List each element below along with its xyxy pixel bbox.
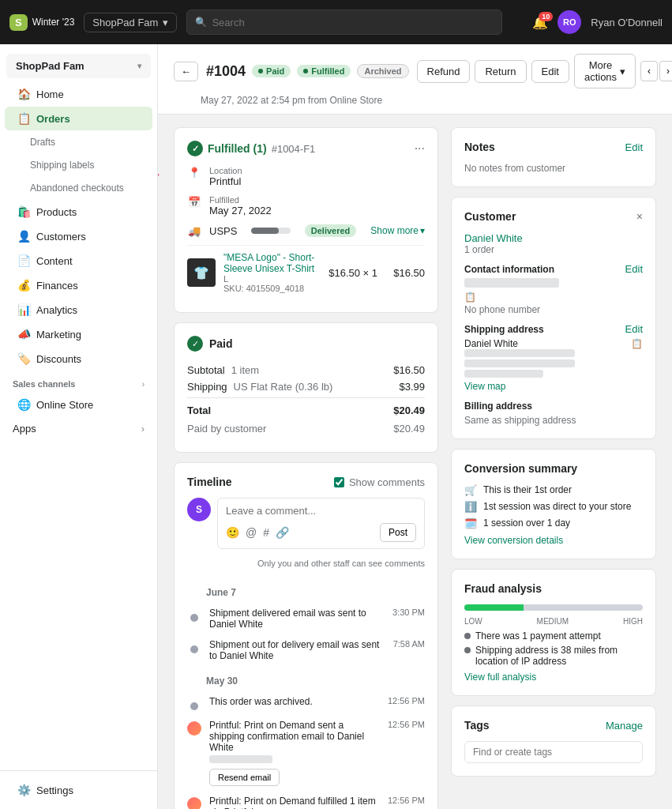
sidebar-item-settings[interactable]: ⚙️ Settings — [5, 778, 152, 802]
content-icon: 📄 — [17, 254, 30, 267]
sidebar-item-orders[interactable]: 📋 Orders — [5, 107, 152, 130]
hash-icon[interactable]: # — [263, 526, 269, 539]
top-nav: S Winter '23 ShopPad Fam ▾ 🔍 🔔 10 RO Rya… — [0, 0, 672, 44]
resend-email-button-1[interactable]: Resend email — [209, 769, 280, 786]
timeline-dot — [190, 614, 198, 622]
prev-order-button[interactable]: ‹ — [640, 61, 658, 81]
comment-hint: Only you and other staff can see comment… — [187, 559, 425, 568]
sidebar-item-label: Settings — [36, 785, 73, 796]
apps-label: Apps — [13, 423, 36, 435]
timeline-dot — [190, 702, 198, 710]
analytics-icon: 📊 — [17, 303, 30, 316]
more-actions-button[interactable]: More actions ▾ — [574, 54, 636, 88]
no-phone-text: No phone number — [464, 304, 643, 315]
copy-icon[interactable]: 📋 — [464, 292, 476, 303]
notifications-button[interactable]: 🔔 10 — [532, 15, 548, 30]
show-more-link[interactable]: Show more ▾ — [370, 225, 425, 236]
fulfilled-date: May 27, 2022 — [209, 205, 272, 216]
edit-button[interactable]: Edit — [531, 60, 569, 83]
contact-info-blurred — [464, 278, 559, 288]
copy-address-icon[interactable]: 📋 — [631, 338, 643, 349]
link-icon[interactable]: 🔗 — [276, 526, 289, 539]
fulfillment-id: #1004-F1 — [272, 143, 316, 155]
view-conversion-link[interactable]: View conversion details — [464, 535, 563, 546]
sidebar-item-analytics[interactable]: 📊 Analytics — [5, 298, 152, 322]
customer-name-link[interactable]: Daniel White — [464, 232, 523, 244]
delivered-badge: Delivered — [305, 224, 357, 237]
sidebar-item-label: Online Store — [36, 399, 93, 411]
sidebar-item-online-store[interactable]: 🌐 Online Store — [5, 393, 152, 416]
return-button[interactable]: Return — [475, 60, 526, 83]
location-icon: 📍 — [187, 167, 201, 179]
search-container: 🔍 — [186, 9, 502, 35]
user-avatar: S — [187, 498, 211, 521]
shipping-name: Daniel White — [464, 338, 518, 349]
next-order-button[interactable]: › — [659, 61, 672, 81]
conversion-item-3: 🗓️ 1 session over 1 day — [464, 517, 643, 529]
search-input[interactable] — [212, 17, 494, 28]
chevron-down-icon: ▾ — [137, 62, 141, 70]
view-full-analysis-link[interactable]: View full analysis — [464, 672, 643, 683]
shipping-edit-link[interactable]: Edit — [625, 323, 643, 335]
sidebar: ShopPad Fam ▾ 🏠 Home 📋 Orders Drafts Shi… — [0, 44, 158, 809]
product-name[interactable]: "MESA Logo" - Short-Sleeve Unisex T-Shir… — [223, 252, 321, 274]
notes-edit-link[interactable]: Edit — [625, 141, 643, 153]
notes-card: Notes Edit No notes from customer — [451, 127, 656, 187]
show-comments-checkbox[interactable] — [334, 477, 344, 487]
cart-icon: 🛒 — [464, 484, 477, 496]
store-selector[interactable]: ShopPad Fam ▾ — [6, 54, 151, 78]
fraud-card: Fraud analysis LOW MEDIUM HIGH The — [451, 569, 656, 696]
billing-label: Billing address — [464, 401, 532, 412]
customers-icon: 👤 — [17, 230, 30, 243]
timeline-event-text: Printful: Print on Demand fulfilled 1 it… — [209, 796, 381, 809]
refund-button[interactable]: Refund — [417, 60, 471, 83]
sidebar-item-content[interactable]: 📄 Content — [5, 249, 152, 273]
apps-row[interactable]: Apps › — [0, 417, 157, 440]
back-button[interactable]: ← — [174, 62, 198, 81]
sidebar-item-products[interactable]: 🛍️ Products — [5, 200, 152, 224]
store-name: ShopPad Fam — [92, 17, 158, 28]
avatar[interactable]: RO — [557, 10, 581, 34]
emoji-icon[interactable]: 🙂 — [226, 526, 239, 539]
customer-card: Customer × Daniel White 1 order Contact … — [451, 197, 656, 439]
sidebar-item-label: Shipping labels — [30, 160, 94, 171]
sidebar-item-discounts[interactable]: 🏷️ Discounts — [5, 347, 152, 371]
printful-logo-icon — [187, 721, 201, 736]
post-button[interactable]: Post — [380, 523, 416, 542]
contact-edit-link[interactable]: Edit — [625, 263, 643, 275]
shipping-address-section: Shipping address Edit Daniel White 📋 Vie… — [464, 323, 643, 392]
sidebar-item-shipping-labels[interactable]: Shipping labels — [5, 154, 152, 176]
fraud-item-1: There was 1 payment attempt — [464, 630, 643, 642]
tags-manage-link[interactable]: Manage — [606, 720, 643, 732]
location-arrow-annotation: ➡ — [158, 166, 160, 183]
mention-icon[interactable]: @ — [246, 526, 257, 539]
timeline-event-time: 12:56 PM — [388, 696, 425, 706]
sidebar-item-abandoned-checkouts[interactable]: Abandoned checkouts — [5, 177, 152, 199]
sidebar-item-home[interactable]: 🏠 Home — [5, 82, 152, 106]
store-dropdown[interactable]: ShopPad Fam ▾ — [84, 13, 177, 32]
show-comments-label: Show comments — [349, 476, 425, 488]
timeline-event: Shipment delivered email was sent to Dan… — [187, 603, 425, 634]
paid-by-row: Paid by customer $20.49 — [187, 423, 425, 435]
sidebar-item-finances[interactable]: 💰 Finances — [5, 273, 152, 297]
tags-input[interactable] — [464, 741, 643, 763]
timeline-event-time: 3:30 PM — [392, 608, 425, 617]
paid-icon: ✓ — [187, 336, 203, 352]
comment-placeholder[interactable]: Leave a comment... — [226, 505, 416, 517]
home-icon: 🏠 — [17, 88, 30, 100]
view-map-link[interactable]: View map — [464, 381, 505, 392]
timeline-event-time: 7:58 AM — [393, 639, 425, 649]
sidebar-item-drafts[interactable]: Drafts — [5, 131, 152, 153]
timeline-event-text: Shipment out for delivery email was sent… — [209, 639, 387, 661]
sidebar-item-customers[interactable]: 👤 Customers — [5, 224, 152, 248]
more-dots-button[interactable]: ··· — [415, 141, 425, 156]
calendar-icon: 🗓️ — [464, 517, 477, 529]
close-customer-button[interactable]: × — [636, 210, 643, 223]
address-blurred-2 — [464, 359, 575, 367]
paid-card: ✓ Paid Subtotal 1 item $16.50 Shipping U… — [174, 322, 438, 453]
total-row: Total $20.49 — [187, 397, 425, 416]
fraud-bar — [464, 604, 643, 611]
user-name: Ryan O'Donnell — [591, 17, 663, 28]
no-notes-text: No notes from customer — [464, 163, 643, 174]
sidebar-item-marketing[interactable]: 📣 Marketing — [5, 322, 152, 346]
